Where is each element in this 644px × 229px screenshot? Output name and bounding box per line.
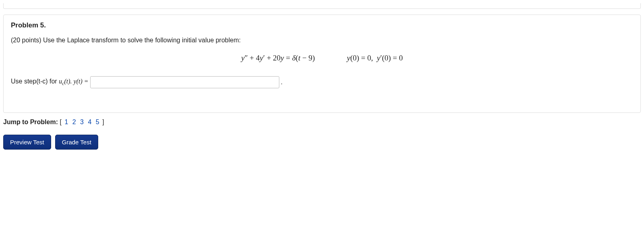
jump-label: Jump to Problem: — [3, 119, 58, 125]
answer-input[interactable] — [90, 76, 279, 88]
preview-test-button[interactable]: Preview Test — [3, 135, 51, 150]
button-row: Preview Test Grade Test — [3, 135, 641, 150]
jump-open-bracket: [ — [60, 119, 61, 125]
jump-to-problem: Jump to Problem: [ 1 2 3 4 5 ] — [3, 119, 641, 126]
problem-desc-text: Use the Laplace transform to solve the f… — [43, 37, 241, 44]
grade-test-button[interactable]: Grade Test — [55, 135, 98, 150]
jump-link-4[interactable]: 4 — [88, 119, 91, 125]
jump-link-1[interactable]: 1 — [64, 119, 68, 125]
jump-link-3[interactable]: 3 — [80, 119, 84, 125]
problem-title: Problem 5. — [11, 21, 633, 29]
problem-description: (20 points) Use the Laplace transform to… — [11, 37, 633, 44]
input-label-y: y(t) = — [74, 78, 89, 85]
jump-close-bracket: ] — [102, 119, 104, 125]
input-hint: Use step(t-c) for uc(t). y(t) = — [11, 78, 89, 87]
problem-card: Problem 5. (20 points) Use the Laplace t… — [3, 15, 641, 113]
input-hint-pre: Use step(t-c) for — [11, 78, 59, 85]
equation-row: y″ + 4y′ + 20y = δ(t − 9) y(0) = 0, y′(0… — [11, 54, 633, 62]
jump-link-5[interactable]: 5 — [96, 119, 99, 125]
previous-card-bottom-edge — [3, 3, 641, 9]
answer-row: Use step(t-c) for uc(t). y(t) = . — [11, 76, 633, 88]
equation-initial-conditions: y(0) = 0, y′(0) = 0 — [347, 54, 403, 62]
jump-link-2[interactable]: 2 — [72, 119, 76, 125]
trailing-period: . — [281, 79, 283, 86]
input-hint-uc: uc — [59, 78, 64, 85]
problem-points: (20 points) — [11, 37, 43, 44]
input-hint-post: (t). — [64, 78, 73, 85]
equation-ode: y″ + 4y′ + 20y = δ(t − 9) — [241, 54, 317, 62]
